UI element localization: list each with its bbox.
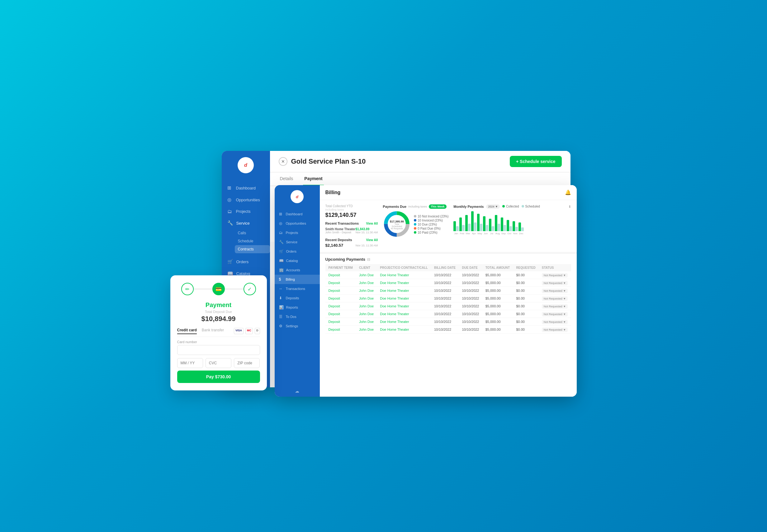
sidebar-item-service[interactable]: 🔧 Service	[222, 217, 270, 229]
card-number-input[interactable]	[177, 345, 260, 355]
view-all-transactions[interactable]: View All	[366, 222, 378, 225]
year-badge[interactable]: 2024 ▼	[486, 204, 499, 209]
cell-status: Not Requested ▼	[539, 310, 571, 318]
status-badge[interactable]: Not Requested ▼	[542, 328, 568, 332]
bar-scheduled-jun	[486, 225, 488, 231]
step-line-1	[194, 289, 213, 289]
b-billing-icon: $	[279, 277, 283, 282]
chart-col-mar: Mar	[465, 215, 470, 235]
billing-nav-projects[interactable]: 🗂 Projects	[275, 228, 320, 237]
credit-card-tab[interactable]: Credit card	[177, 328, 197, 334]
billing-logo: d	[291, 190, 304, 203]
billing-nav-transactions[interactable]: ↔ Transactions	[275, 284, 320, 293]
chart-col-apr: Apr	[471, 211, 476, 235]
cell-term: Deposit	[325, 318, 356, 326]
view-all-deposits[interactable]: View All	[366, 238, 378, 242]
bar-scheduled-nov	[515, 227, 518, 231]
step-3: ✓	[244, 283, 256, 295]
deposit-label: Total Deposit Due	[177, 310, 260, 314]
download-icon[interactable]: ⬇	[568, 205, 571, 209]
cell-project: Doe Home Theater	[377, 279, 431, 287]
billing-nav-opportunities[interactable]: ◎ Opportunities	[275, 219, 320, 228]
mastercard-icon: MC	[246, 328, 253, 334]
billing-nav-accounts[interactable]: 🏢 Accounts	[275, 265, 320, 275]
cvc-input[interactable]	[206, 358, 232, 368]
b-projects-icon: 🗂	[279, 231, 283, 235]
sidebar-item-opportunities[interactable]: ◎ Opportunities	[222, 194, 270, 206]
b-service-icon: 🔧	[279, 240, 284, 244]
step-1: ✏	[181, 283, 194, 295]
tab-payment[interactable]: Payment	[303, 172, 324, 186]
cell-billing: 10/10/2022	[431, 310, 459, 318]
col-payment-term: PAYMENT TERM	[325, 264, 356, 271]
visa-icon: VISA	[234, 328, 244, 334]
billing-nav-service[interactable]: 🔧 Service	[275, 237, 320, 247]
status-badge[interactable]: Not Requested ▼	[542, 289, 568, 293]
bank-transfer-tab[interactable]: Bank transfer	[202, 328, 224, 334]
payment-method-tabs: Credit card Bank transfer VISA MC D	[177, 328, 260, 337]
cell-project: Doe Home Theater	[377, 310, 431, 318]
cell-status: Not Requested ▼	[539, 295, 571, 302]
cell-status: Not Requested ▼	[539, 302, 571, 310]
billing-nav-catalog[interactable]: 📖 Catalog	[275, 256, 320, 265]
col-status: STATUS	[539, 264, 571, 271]
table-row: Deposit John Doe Doe Home Theater 10/10/…	[325, 295, 571, 302]
status-badge[interactable]: Not Requested ▼	[542, 320, 568, 324]
legend-dot-gray	[414, 215, 416, 217]
cell-term: Deposit	[325, 310, 356, 318]
dashboard-icon: ⊞	[227, 185, 233, 191]
close-button[interactable]: ✕	[279, 157, 288, 166]
tab-details[interactable]: Details	[279, 172, 295, 186]
cell-requested: $0.00	[513, 326, 538, 334]
status-badge[interactable]: Not Requested ▼	[542, 281, 568, 285]
cell-requested: $0.00	[513, 279, 538, 287]
billing-nav-dashboard[interactable]: ⊞ Dashboard	[275, 209, 320, 219]
cell-client: John Doe	[356, 295, 377, 302]
billing-title: Billing	[325, 190, 341, 195]
schedule-service-button[interactable]: + Schedule service	[510, 156, 561, 167]
upcoming-payments-section: Upcoming Payments ⊟ PAYMENT TERM CLIENT …	[320, 254, 577, 337]
status-badge[interactable]: Not Requested ▼	[542, 273, 568, 278]
sidebar-item-dashboard[interactable]: ⊞ Dashboard	[222, 182, 270, 194]
this-week-badge[interactable]: This Week	[429, 204, 446, 209]
sidebar-sub-calls[interactable]: Calls	[235, 229, 270, 237]
billing-nav-settings[interactable]: ⚙ Settings	[275, 321, 320, 331]
billing-nav-billing[interactable]: $ Billing	[275, 275, 320, 284]
sidebar-sub-schedule[interactable]: Schedule	[235, 237, 270, 245]
table-row: Deposit John Doe Doe Home Theater 10/10/…	[325, 310, 571, 318]
table-row: Deposit John Doe Doe Home Theater 10/10/…	[325, 326, 571, 334]
legend-dot-cyan	[414, 223, 416, 226]
chart-col-feb: Feb	[459, 217, 465, 235]
card-number-label: Card number	[177, 340, 260, 344]
billing-nav-deposits[interactable]: ⬇ Deposits	[275, 293, 320, 303]
chart-col-may: May	[477, 214, 482, 235]
billing-nav-todos[interactable]: ☰ To Dos	[275, 312, 320, 321]
cell-amount: $5,000.00	[482, 279, 513, 287]
status-badge[interactable]: Not Requested ▼	[542, 296, 568, 301]
b-reports-icon: 📊	[279, 305, 284, 310]
sidebar-item-orders[interactable]: 🛒 Orders	[222, 256, 270, 268]
cell-project: Doe Home Theater	[377, 287, 431, 295]
sidebar-item-projects[interactable]: 🗂 Projects	[222, 206, 270, 217]
col-client: CLIENT	[356, 264, 377, 271]
billing-nav-reports[interactable]: 📊 Reports	[275, 303, 320, 312]
legend-due: 10 Due (23%)	[414, 223, 448, 226]
status-badge[interactable]: Not Requested ▼	[542, 312, 568, 316]
cell-due: 10/10/2022	[459, 271, 482, 279]
bar-scheduled-aug	[498, 224, 500, 231]
billing-nav-orders[interactable]: 🛒 Orders	[275, 247, 320, 256]
sidebar-sub-contracts[interactable]: Contracts	[235, 245, 270, 253]
bell-icon[interactable]: 🔔	[565, 189, 571, 195]
card-details-row	[177, 358, 260, 368]
cell-client: John Doe	[356, 271, 377, 279]
expiry-input[interactable]	[177, 358, 203, 368]
chart-col-aug: Aug	[495, 215, 500, 235]
filter-icon[interactable]: ⊟	[367, 257, 370, 262]
cell-client: John Doe	[356, 302, 377, 310]
bar-collected-apr	[471, 211, 474, 231]
bar-scheduled-oct	[509, 226, 512, 231]
status-badge[interactable]: Not Requested ▼	[542, 304, 568, 309]
cell-term: Deposit	[325, 302, 356, 310]
zip-input[interactable]	[234, 358, 260, 368]
pay-button[interactable]: Pay $730.00	[177, 371, 260, 383]
